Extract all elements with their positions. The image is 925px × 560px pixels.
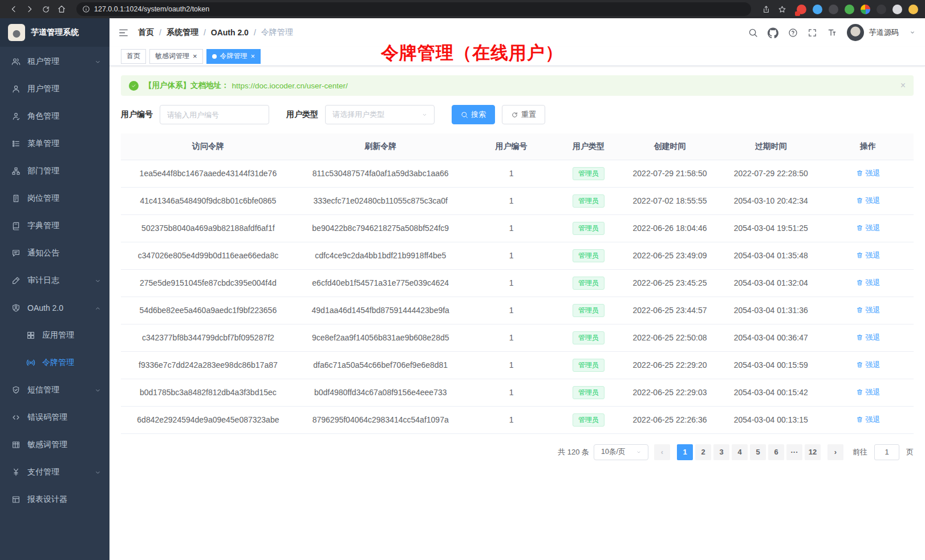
star-icon[interactable] <box>775 3 789 15</box>
extension-green[interactable] <box>845 5 854 14</box>
sidebar-item-oauth2[interactable]: OAuth 2.0 <box>0 294 109 322</box>
trash-icon <box>856 361 863 368</box>
sidebar-item-label: 通知公告 <box>27 248 59 258</box>
extension-red[interactable] <box>797 5 806 14</box>
reload-icon[interactable] <box>39 3 52 15</box>
sidebar-item-user[interactable]: 用户管理 <box>0 75 109 103</box>
token-table: 访问令牌刷新令牌用户编号用户类型创建时间过期时间操作 1ea5e44f8bc14… <box>121 133 914 434</box>
search-icon <box>461 111 468 119</box>
user-type-badge: 管理员 <box>573 386 605 399</box>
pager-ellipsis[interactable]: ··· <box>786 444 802 460</box>
column-header: 刷新令牌 <box>295 133 466 160</box>
github-icon[interactable] <box>768 27 778 38</box>
extension-dark[interactable] <box>829 5 838 14</box>
force-logout-button[interactable]: 强退 <box>856 387 881 397</box>
extension-light[interactable] <box>892 5 902 14</box>
sidebar-item-label: 岗位管理 <box>27 193 59 204</box>
breadcrumb-item[interactable]: 首页 <box>138 27 154 38</box>
sidebar-item-report-designer[interactable]: 报表设计器 <box>0 486 109 513</box>
force-logout-button[interactable]: 强退 <box>856 250 881 261</box>
caret-down-icon[interactable] <box>908 29 916 36</box>
prev-page-button[interactable]: ‹ <box>654 444 670 460</box>
url-bar[interactable]: 127.0.0.1:1024/system/oauth2/token <box>76 2 751 16</box>
access-token-cell: f9336e7c7dd242a283ee98dc86b17a87 <box>121 351 295 379</box>
fullscreen-icon[interactable] <box>808 28 817 38</box>
token-icon <box>26 358 35 367</box>
sidebar-item-dict[interactable]: 字典管理 <box>0 212 109 240</box>
breadcrumb-item[interactable]: 系统管理 <box>167 27 198 38</box>
user-type-select[interactable]: 请选择用户类型 <box>325 105 435 124</box>
user-id-input[interactable] <box>160 105 269 124</box>
avatar[interactable] <box>847 24 864 41</box>
breadcrumb-item[interactable]: OAuth 2.0 <box>211 28 249 37</box>
close-icon[interactable]: × <box>193 52 197 60</box>
close-icon[interactable]: × <box>900 80 906 91</box>
page-button-12[interactable]: 12 <box>805 444 821 460</box>
force-logout-button[interactable]: 强退 <box>856 360 881 370</box>
sidebar-item-sms[interactable]: 短信管理 <box>0 376 109 404</box>
force-logout-label: 强退 <box>866 250 881 261</box>
created-time-cell: 2022-06-25 22:29:03 <box>620 379 720 406</box>
breadcrumb-separator: / <box>204 28 206 37</box>
page-button-4[interactable]: 4 <box>732 444 748 460</box>
caret-down-icon <box>635 449 642 456</box>
sidebar-item-oauth2-application[interactable]: 应用管理 <box>0 322 109 349</box>
page-button-1[interactable]: 1 <box>677 444 693 460</box>
extension-smiley[interactable] <box>908 5 918 14</box>
sidebar-item-label: 错误码管理 <box>27 412 67 423</box>
force-logout-button[interactable]: 强退 <box>856 168 881 178</box>
tab-token[interactable]: 令牌管理× <box>206 49 261 64</box>
force-logout-button[interactable]: 强退 <box>856 332 881 343</box>
share-icon[interactable] <box>759 3 773 15</box>
user-type-badge: 管理员 <box>573 249 605 262</box>
forward-icon[interactable] <box>23 3 36 15</box>
page-button-6[interactable]: 6 <box>768 444 784 460</box>
pagination: 共 120 条 10条/页 ‹ 123456···12 › 前往 页 <box>121 444 914 460</box>
extension-multicolor[interactable] <box>861 5 870 14</box>
sidebar-item-oauth2-token[interactable]: 令牌管理 <box>0 349 109 376</box>
page-button-3[interactable]: 3 <box>713 444 729 460</box>
page-button-2[interactable]: 2 <box>695 444 711 460</box>
tab-sensitive-word[interactable]: 敏感词管理× <box>149 49 203 64</box>
close-icon[interactable]: × <box>251 52 255 60</box>
goto-page-input[interactable] <box>874 444 899 460</box>
sidebar-item-pay[interactable]: 支付管理 <box>0 458 109 486</box>
force-logout-button[interactable]: 强退 <box>856 278 881 288</box>
force-logout-button[interactable]: 强退 <box>856 305 881 315</box>
user-name[interactable]: 芋道源码 <box>869 27 899 38</box>
user-type-badge: 管理员 <box>573 222 605 235</box>
back-icon[interactable] <box>7 3 21 15</box>
next-page-button[interactable]: › <box>827 444 843 460</box>
trash-icon <box>856 279 863 286</box>
sidebar-item-notice[interactable]: 通知公告 <box>0 240 109 267</box>
tab-home[interactable]: 首页 <box>121 49 146 64</box>
table-row: 41c41346a548490f9dc8b01c6bfe0865333ecfc7… <box>121 187 914 214</box>
user-type-badge: 管理员 <box>573 194 605 208</box>
search-button[interactable]: 搜索 <box>452 105 495 124</box>
extension-dark-2[interactable] <box>877 5 886 14</box>
force-logout-button[interactable]: 强退 <box>856 196 881 206</box>
font-size-icon[interactable] <box>827 27 837 38</box>
help-icon[interactable] <box>788 28 798 38</box>
sidebar-item-audit-log[interactable]: 审计日志 <box>0 267 109 294</box>
sidebar-item-error-code[interactable]: 错误码管理 <box>0 404 109 431</box>
page-button-5[interactable]: 5 <box>750 444 766 460</box>
sidebar-item-sensitive-word[interactable]: 敏感词管理 <box>0 431 109 458</box>
page-size-select[interactable]: 10条/页 <box>594 444 648 460</box>
user-type-badge: 管理员 <box>573 277 605 290</box>
force-logout-button[interactable]: 强退 <box>856 223 881 233</box>
force-logout-button[interactable]: 强退 <box>856 415 881 425</box>
logo-row[interactable]: 芋道管理系统 <box>0 18 109 47</box>
home-icon[interactable] <box>55 3 68 15</box>
sidebar-item-post[interactable]: 岗位管理 <box>0 185 109 212</box>
sidebar-item-label: OAuth 2.0 <box>27 303 63 313</box>
sidebar-item-tenant[interactable]: 租户管理 <box>0 48 109 75</box>
extension-blue[interactable] <box>813 5 822 14</box>
search-icon[interactable] <box>748 28 758 38</box>
sidebar-item-dept[interactable]: 部门管理 <box>0 157 109 185</box>
sidebar-item-role[interactable]: 角色管理 <box>0 103 109 130</box>
sidebar-item-menu[interactable]: 菜单管理 <box>0 130 109 157</box>
doc-link[interactable]: https://doc.iocoder.cn/user-center/ <box>232 82 348 90</box>
hamburger-icon[interactable] <box>118 27 129 38</box>
reset-button[interactable]: 重置 <box>502 105 545 124</box>
